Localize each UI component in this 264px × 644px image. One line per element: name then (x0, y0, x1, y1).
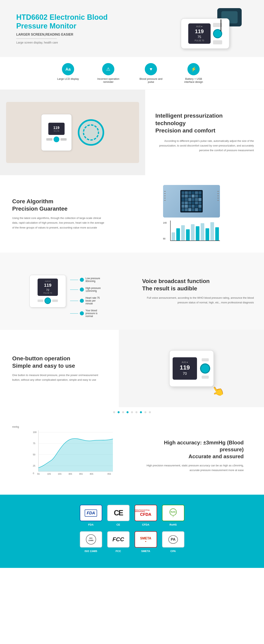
rohs-badge: RoHS ✓ (162, 505, 184, 521)
chip-cell (182, 194, 185, 198)
onebutton-btns (200, 358, 210, 379)
pulse-label: Blood pressure and pulse (138, 77, 164, 84)
certs-row-2: ISO13485 ISO 13485 FCC FCC SMETA ● SMETA (16, 531, 248, 553)
cfda-text: CFDA (140, 512, 151, 517)
smeta-text: SMETA (140, 536, 151, 540)
voice-menu-btn (52, 300, 58, 302)
hero-section: HTD6602 Electronic Blood Pressure Monito… (0, 0, 264, 57)
chip-cell (185, 194, 188, 198)
voice-main-btn[interactable] (44, 298, 51, 304)
rohs-label: RoHS (170, 523, 177, 526)
mini-main-btn[interactable] (54, 136, 59, 142)
chip-cell (188, 208, 191, 211)
dot-1 (113, 411, 115, 413)
voice-device: AUG ♥ 119 72 PULSE 70 (29, 275, 66, 308)
voice-label-text-1: Low pressure 80mmHg (86, 277, 103, 283)
area-chart-svg: 100 75 50 25 0 5S 10S 15S 30S 35S 40S 45 (19, 430, 132, 475)
cert-iso: ISO13485 ISO 13485 (80, 531, 102, 553)
fcc-text: FCC (113, 536, 124, 543)
bar-5 (191, 224, 195, 240)
fda-badge: FDA (80, 505, 102, 521)
ob-main-btn[interactable] (200, 364, 210, 374)
voice-pulse: PULSE 70 (43, 292, 52, 294)
svg-text:5S: 5S (37, 473, 40, 475)
fcc-badge: FCC (107, 531, 130, 548)
features-section: Aa Large LCD display ⚠ Incorrect operati… (0, 57, 264, 90)
cfda-label: CFDA (142, 523, 149, 526)
cfda-small: China Food and Drug Administration (135, 509, 156, 512)
onebutton-num2: 70 (183, 372, 187, 376)
chart-y-top: 140 (163, 222, 167, 224)
mini-menu-btn (61, 138, 67, 140)
chart-unit-label: mmhg (12, 426, 132, 428)
chip-cell (198, 198, 201, 201)
bar-4 (186, 229, 190, 240)
chip-pins-right (217, 191, 219, 201)
chip-cell (182, 202, 185, 204)
bar-10 (215, 227, 219, 240)
ce-label: CE (116, 523, 120, 526)
accuracy-chart-area: mmhg 100 75 50 25 0 (12, 426, 132, 486)
voice-text: Voice broadcast functionThe result is au… (132, 252, 264, 330)
onebutton-screen: AUG ♥ 119 70 (173, 357, 197, 380)
chip-cell (198, 191, 201, 194)
cpa-inner: PA (168, 535, 178, 544)
rohs-circle: RoHS (170, 508, 177, 516)
fda-text: FDA (85, 510, 97, 516)
cert-fcc: FCC FCC (107, 531, 130, 553)
mini-device-1: 119 72 | 70 (41, 114, 72, 151)
hero-title: HTD6602 Electronic Blood Pressure Monito… (16, 13, 171, 30)
intelligent-desc: According to different people's pulse ra… (155, 138, 254, 153)
cuff-inner-circle (83, 124, 99, 140)
fda-label: FDA (88, 523, 94, 526)
cpa-badge: PA (162, 531, 184, 548)
mini-screen-1: 119 72 | 70 (48, 123, 65, 135)
chip-cell (195, 191, 198, 194)
bar-9 (210, 222, 214, 240)
dot-6 (135, 411, 137, 413)
smeta-inner: SMETA ● (140, 536, 151, 542)
voice-label-text-4: Your blood pressure is normal (86, 309, 103, 318)
voice-label-1: Low pressure 80mmHg (70, 277, 103, 283)
bar-2 (176, 228, 180, 240)
screen-num2: 75 (198, 35, 201, 39)
chip-cell (198, 194, 201, 198)
svg-text:50: 50 (33, 453, 35, 456)
arm-background: 119 72 | 70 (6, 102, 139, 163)
chip-cell (188, 202, 191, 204)
chip-cell (185, 198, 188, 201)
voice-label-list: Low pressure 80mmHg High pressure 120mmH… (70, 277, 103, 318)
cuff-circle (78, 119, 104, 146)
chip-cell (198, 205, 201, 208)
reminder-label: Incorrect operation reminder (95, 77, 122, 84)
onebutton-num1: 119 (180, 364, 190, 371)
dot-3 (122, 411, 124, 413)
onebutton-section: One-button operationSimple and easy to u… (0, 330, 264, 407)
battery-label: Battery + USB interface design (180, 77, 207, 84)
ob-menu-btn (202, 376, 209, 379)
voice-line-2 (70, 290, 78, 290)
cert-ce: CE CE (107, 505, 130, 526)
onebutton-visual: AUG ♥ 119 70 👆 (119, 330, 264, 407)
menu-button[interactable] (213, 40, 222, 44)
battery-icon: ⚡ (187, 63, 200, 75)
svg-text:75: 75 (33, 442, 35, 444)
hero-subtitle: LARGER SCREEN,READING EASIER (16, 33, 171, 36)
certs-row-1: FDA FDA CE CE China Food and Drug Admini… (16, 505, 248, 526)
mini-num-top: 119 (53, 126, 59, 130)
bar-8 (206, 228, 209, 240)
cert-cfda: China Food and Drug Administration CFDA … (135, 505, 157, 526)
tube (221, 19, 221, 32)
ce-badge: CE (107, 505, 130, 521)
bar-3 (181, 225, 185, 240)
onebutton-title: One-button operationSimple and easy to u… (12, 355, 107, 370)
svg-text:35S: 35S (79, 473, 83, 475)
dots-separator (0, 407, 264, 417)
mini-controls (46, 136, 67, 142)
dot-2 (118, 411, 120, 413)
hero-image: AUG ♥ 119 75 PULSE 70 (171, 8, 248, 49)
dot-7 (140, 411, 142, 413)
lcd-icon: Aa (62, 63, 74, 75)
chip-cell (198, 208, 201, 211)
cpa-text: PA (171, 538, 176, 542)
